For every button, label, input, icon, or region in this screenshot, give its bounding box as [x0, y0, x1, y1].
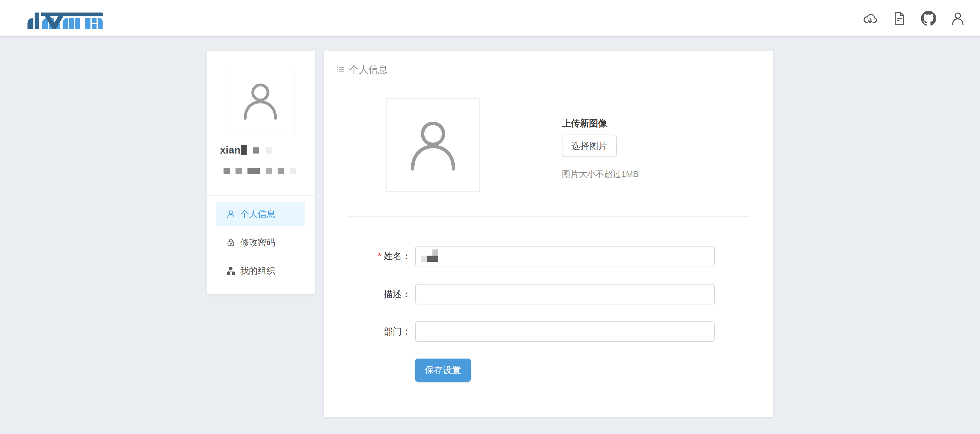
list-icon	[336, 65, 345, 74]
sidebar-item-personal-info[interactable]: 个人信息	[216, 203, 305, 226]
form-row-name: *姓名：	[324, 246, 773, 266]
redaction-block	[433, 249, 438, 255]
redaction-block	[266, 168, 272, 174]
topbar-icon-group	[862, 11, 966, 26]
redaction-block	[248, 168, 260, 174]
name-input[interactable]	[415, 246, 715, 266]
sidebar-item-change-password[interactable]: 修改密码	[216, 231, 305, 254]
sidebar-menu: 个人信息 修改密码	[216, 203, 305, 287]
profile-sidebar-card: xian 个人信息	[207, 51, 315, 294]
upload-section-heading: 上传新图像	[562, 117, 607, 129]
section-divider	[348, 216, 749, 217]
username-text: xian	[220, 144, 240, 156]
github-icon[interactable]	[921, 11, 936, 26]
document-icon[interactable]	[892, 11, 907, 26]
sidebar-divider	[207, 195, 315, 196]
org-chart-icon	[226, 266, 235, 276]
redaction-block	[235, 168, 242, 174]
required-asterisk: *	[378, 251, 381, 261]
username-redaction-block	[266, 147, 272, 153]
user-icon	[226, 209, 235, 219]
name-label: *姓名：	[324, 246, 411, 266]
redaction-block	[427, 255, 438, 262]
save-settings-button[interactable]: 保存设置	[415, 359, 471, 381]
upload-size-hint: 图片大小不超过1MB	[562, 168, 639, 180]
sidebar-item-label: 个人信息	[240, 208, 275, 220]
cloud-download-icon[interactable]	[862, 11, 878, 26]
profile-avatar-preview	[386, 98, 480, 192]
sidebar-item-my-organization[interactable]: 我的组织	[216, 259, 305, 282]
redaction-block	[224, 168, 230, 174]
username-redaction-block	[241, 145, 247, 155]
davinci-logo[interactable]	[19, 6, 104, 30]
avatar-person-icon	[238, 78, 283, 123]
user-info-redaction-row	[224, 168, 296, 174]
panel-title: 个人信息	[349, 63, 388, 76]
form-row-department: 部门：	[324, 321, 773, 342]
username-row: xian	[220, 143, 272, 156]
description-label: 描述：	[324, 284, 411, 305]
lock-icon	[226, 238, 235, 247]
user-icon[interactable]	[950, 11, 966, 26]
personal-info-panel: 个人信息 上传新图像 选择图片 图片大小不超过1MB *姓名： 描述：	[324, 51, 773, 417]
profile-settings-page: xian 个人信息	[0, 0, 980, 434]
redaction-block	[421, 255, 427, 262]
sidebar-item-label: 我的组织	[240, 265, 275, 277]
redaction-block	[278, 168, 284, 174]
redaction-block	[290, 168, 296, 174]
sidebar-avatar	[226, 66, 295, 136]
department-label: 部门：	[324, 321, 411, 342]
sidebar-item-label: 修改密码	[240, 236, 275, 249]
avatar-person-icon	[404, 116, 462, 174]
choose-image-button[interactable]: 选择图片	[562, 134, 617, 157]
panel-header: 个人信息	[336, 63, 388, 76]
department-input[interactable]	[415, 321, 715, 342]
description-input[interactable]	[415, 284, 715, 305]
form-row-description: 描述：	[324, 284, 773, 305]
username-redaction-block	[253, 147, 259, 153]
top-navbar	[0, 0, 980, 37]
davinci-logo-icon	[19, 6, 104, 30]
